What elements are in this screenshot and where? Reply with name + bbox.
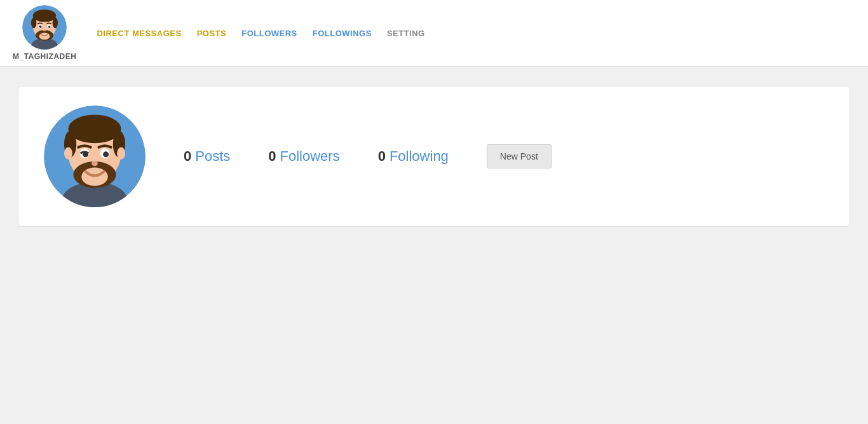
svg-point-5	[31, 18, 36, 29]
header-user-section: M_TAGHIZADEH	[13, 5, 76, 61]
new-post-button[interactable]: New Post	[487, 144, 552, 168]
svg-point-13	[43, 30, 46, 32]
nav-direct-messages[interactable]: DIRECT MESSAGES	[95, 26, 182, 41]
followers-stat: 0 Followers	[268, 148, 339, 165]
nav-followers[interactable]: FOLLOWERS	[240, 26, 299, 41]
following-label: Following	[390, 148, 449, 165]
main-nav: DIRECT MESSAGES POSTS FOLLOWERS FOLLOWIN…	[95, 26, 426, 41]
svg-point-29	[117, 147, 125, 160]
svg-point-18	[68, 114, 121, 143]
svg-point-4	[33, 10, 56, 22]
following-count: 0	[378, 148, 386, 165]
main-content: 0 Posts 0 Followers 0 Following New Post	[0, 67, 868, 246]
svg-point-26	[103, 151, 109, 157]
following-stat: 0 Following	[378, 148, 449, 165]
posts-count: 0	[184, 148, 191, 165]
nav-setting[interactable]: SETTING	[386, 26, 426, 41]
profile-avatar	[44, 106, 146, 207]
username-label: M_TAGHIZADEH	[13, 52, 76, 61]
nav-posts[interactable]: POSTS	[196, 26, 228, 41]
header: M_TAGHIZADEH DIRECT MESSAGES POSTS FOLLO…	[0, 0, 868, 67]
svg-point-27	[92, 161, 98, 166]
svg-point-6	[53, 18, 58, 29]
profile-stats: 0 Posts 0 Followers 0 Following New Post	[184, 144, 824, 168]
svg-point-12	[48, 26, 51, 29]
posts-label: Posts	[195, 148, 230, 165]
nav-followings[interactable]: FOLLOWINGS	[311, 26, 373, 41]
profile-card: 0 Posts 0 Followers 0 Following New Post	[18, 86, 850, 227]
followers-count: 0	[268, 148, 276, 165]
posts-stat: 0 Posts	[184, 148, 230, 165]
header-avatar	[22, 5, 67, 50]
svg-point-28	[64, 147, 72, 160]
followers-label: Followers	[280, 148, 340, 165]
